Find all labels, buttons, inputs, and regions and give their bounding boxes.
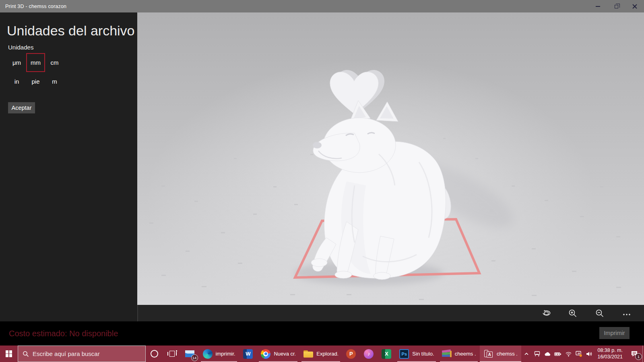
restore-icon <box>615 5 618 8</box>
edge-icon <box>203 349 213 359</box>
unit-option-um[interactable]: μm <box>7 53 26 72</box>
estimated-cost-text: Costo estimado: No disponible <box>9 321 118 346</box>
mail-unread-badge: 14 <box>191 354 198 361</box>
cast-icon <box>534 350 541 357</box>
unit-option-in[interactable]: in <box>7 72 26 91</box>
titlebar[interactable]: Print 3D - chemss corazon <box>0 0 644 12</box>
status-bar: Costo estimado: No disponible Imprimir <box>0 321 644 346</box>
3d-viewport[interactable] <box>137 12 644 305</box>
taskbar-app-label: Explorad... <box>316 351 338 357</box>
accept-button[interactable]: Aceptar <box>8 102 35 113</box>
reset-view-icon <box>541 308 551 319</box>
unit-option-mm[interactable]: mm <box>26 53 45 72</box>
action-center-button[interactable]: 1 <box>626 346 642 362</box>
word-icon: W <box>243 349 253 359</box>
taskbar-app-label: cheems ... <box>455 351 476 357</box>
taskbar-app-label: Nueva cr... <box>274 351 295 357</box>
tray-chevron-button[interactable] <box>521 346 532 362</box>
taskbar-app-label: Sin título... <box>412 351 433 357</box>
units-panel: Unidades del archivo Unidades μm mm cm i… <box>0 12 137 321</box>
units-grid: μm mm cm in pie m <box>7 53 64 91</box>
taskbar-app-edge[interactable]: imprimir... <box>199 346 239 362</box>
windows-start-icon <box>6 350 12 357</box>
taskbar-app-chrome[interactable]: Nueva cr... <box>257 346 299 362</box>
taskbar-app-label: imprimir... <box>216 351 235 357</box>
zoom-in-icon <box>568 308 578 319</box>
zoom-out-button[interactable] <box>594 308 605 319</box>
taskbar: 14 imprimir... W Nueva cr... Explorad...… <box>0 346 644 362</box>
screen-sync-button[interactable] <box>574 346 584 362</box>
taskbar-app-mail[interactable]: 14 <box>181 346 199 362</box>
close-button[interactable] <box>625 0 644 12</box>
taskbar-app-photoshop[interactable]: Ps Sin título... <box>395 346 438 362</box>
unit-option-m[interactable]: m <box>45 72 64 91</box>
wifi-button[interactable] <box>563 346 574 362</box>
window-title: Print 3D - chemss corazon <box>5 4 66 9</box>
onedrive-icon <box>544 351 551 357</box>
print3d-icon: A <box>484 349 493 359</box>
tray-chevron-icon <box>523 351 530 357</box>
start-button[interactable] <box>0 346 18 362</box>
task-view-icon <box>167 350 177 358</box>
show-desktop-button[interactable] <box>642 346 644 362</box>
taskbar-app-winrar[interactable]: cheems ... <box>438 346 480 362</box>
print3d-app-window: Print 3D - chemss corazon Unidades del a… <box>0 0 644 362</box>
photoshop-icon: Ps <box>399 349 409 359</box>
zoom-in-button[interactable] <box>567 308 578 319</box>
screen-sync-icon <box>575 350 582 357</box>
taskbar-clock[interactable]: 08:38 p. m. 16/03/2021 <box>597 348 623 360</box>
zoom-out-icon <box>594 308 605 319</box>
taskbar-app-label: chemss ... <box>497 351 517 357</box>
battery-icon <box>554 351 562 357</box>
taskbar-search-box[interactable] <box>18 346 146 362</box>
excel-icon: X <box>382 349 391 359</box>
print-button[interactable]: Imprimir <box>599 327 630 339</box>
minimize-icon <box>596 6 600 7</box>
system-tray: 08:38 p. m. 16/03/2021 1 <box>521 346 644 362</box>
taskbar-app-excel[interactable]: X <box>378 346 395 362</box>
more-options-button[interactable] <box>621 308 632 319</box>
unit-option-cm[interactable]: cm <box>45 53 64 72</box>
restore-button[interactable] <box>607 0 625 12</box>
search-input[interactable] <box>33 350 141 357</box>
taskbar-app-powerpoint[interactable]: P <box>342 346 360 362</box>
volume-icon <box>586 351 593 357</box>
dog-model <box>311 101 454 280</box>
reset-view-button[interactable] <box>541 308 551 319</box>
powerpoint-icon: P <box>346 349 356 359</box>
close-icon <box>632 4 637 9</box>
viewport-toolbar <box>137 305 644 321</box>
taskbar-app-cortana[interactable] <box>146 346 163 362</box>
taskbar-app-word[interactable]: W <box>239 346 257 362</box>
cortana-icon <box>151 350 158 358</box>
more-icon <box>621 308 632 319</box>
file-explorer-icon <box>303 350 313 358</box>
itunes-icon: ♪ <box>364 349 374 359</box>
taskbar-app-explorer[interactable]: Explorad... <box>299 346 342 362</box>
units-group-label: Unidades <box>8 44 33 51</box>
chrome-icon <box>261 349 270 359</box>
winrar-icon <box>442 350 452 358</box>
taskbar-app-print3d[interactable]: A chemss ... <box>480 346 521 362</box>
volume-button[interactable] <box>584 346 594 362</box>
taskbar-app-task-view[interactable] <box>163 346 181 362</box>
onedrive-button[interactable] <box>542 346 553 362</box>
cast-button[interactable] <box>532 346 542 362</box>
minimize-button[interactable] <box>588 0 607 12</box>
battery-button[interactable] <box>553 346 563 362</box>
window-controls <box>588 0 644 12</box>
notification-count-badge: 1 <box>635 353 642 360</box>
unit-option-pie[interactable]: pie <box>26 72 45 91</box>
clock-date: 16/03/2021 <box>597 354 623 360</box>
search-icon <box>23 351 29 357</box>
panel-title: Unidades del archivo <box>7 23 137 39</box>
taskbar-app-itunes[interactable]: ♪ <box>360 346 378 362</box>
3d-scene <box>137 12 644 305</box>
wifi-icon <box>565 351 572 357</box>
clock-time: 08:38 p. m. <box>597 348 623 354</box>
